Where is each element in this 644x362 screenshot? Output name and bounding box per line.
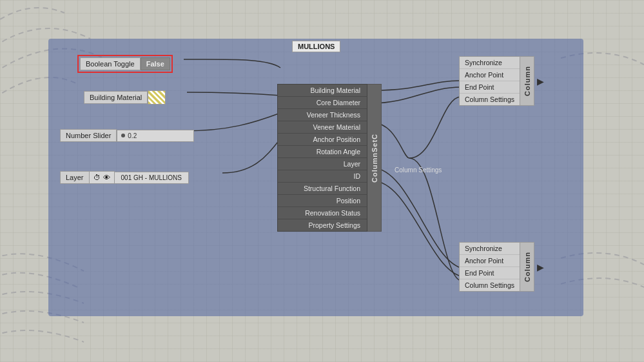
column-output-top-node[interactable]: SynchronizeAnchor PointEnd PointColumn S… <box>459 56 547 106</box>
layer-icons: ⏱ 👁 <box>90 171 115 184</box>
column-set-input-item: Property Settings <box>278 219 367 231</box>
column-output-item: Column Settings <box>460 94 520 105</box>
material-swatch <box>148 90 166 105</box>
column-output-bottom-node[interactable]: SynchronizeAnchor PointEnd PointColumn S… <box>459 242 547 292</box>
column-output-item: Synchronize <box>460 243 520 255</box>
column-set-input-item: Anchor Position <box>278 134 367 146</box>
column-set-input-item: Building Material <box>278 85 367 97</box>
column-set-input-item: Layer <box>278 158 367 170</box>
layer-value: 001 GH - MULLIONS <box>115 172 189 184</box>
column-output-bottom-labels: SynchronizeAnchor PointEnd PointColumn S… <box>459 242 520 292</box>
column-output-top-sidebar: Column <box>520 56 534 106</box>
column-output-top-arrow: ▶ <box>534 56 547 106</box>
column-set-input-item: Structural Function <box>278 183 367 195</box>
column-output-bottom-arrow: ▶ <box>534 242 547 292</box>
column-set-sidebar: ColumnSetC <box>367 84 382 232</box>
column-output-bottom-title: Column <box>523 252 531 282</box>
mullions-label: MULLIONS <box>292 41 340 52</box>
slider-dot <box>121 134 125 137</box>
column-output-item: Synchronize <box>460 57 520 69</box>
column-set-input-item: ID <box>278 170 367 183</box>
column-output-top-labels: SynchronizeAnchor PointEnd PointColumn S… <box>459 56 520 106</box>
boolean-toggle-value[interactable]: False <box>141 57 170 70</box>
column-set-input-item: Renovation Status <box>278 207 367 219</box>
column-set-node[interactable]: Building MaterialCore DiameterVeneer Thi… <box>277 84 382 232</box>
column-set-input-item: Veneer Thickness <box>278 109 367 121</box>
layer-label: Layer <box>60 171 90 184</box>
column-output-top-title: Column <box>523 66 531 96</box>
column-output-item: Anchor Point <box>460 255 520 267</box>
number-slider-label: Number Slider <box>60 129 117 142</box>
column-output-item: Column Settings <box>460 279 520 291</box>
building-material-label: Building Material <box>84 91 148 104</box>
column-set-title: ColumnSetC <box>371 134 378 183</box>
number-slider-node[interactable]: Number Slider 0.2 <box>60 129 194 142</box>
column-output-item: Anchor Point <box>460 69 520 81</box>
column-output-item: End Point <box>460 81 520 94</box>
column-set-input-item: Veneer Material <box>278 121 367 134</box>
layer-clock-icon: ⏱ <box>93 174 101 181</box>
column-output-item: End Point <box>460 267 520 279</box>
column-set-input-item: Rotation Angle <box>278 146 367 158</box>
layer-eye-icon: 👁 <box>103 174 110 181</box>
column-set-inputs: Building MaterialCore DiameterVeneer Thi… <box>277 84 367 232</box>
column-set-input-item: Position <box>278 195 367 207</box>
building-material-node[interactable]: Building Material <box>84 90 166 105</box>
column-set-input-item: Core Diameter <box>278 97 367 109</box>
boolean-toggle-label: Boolean Toggle <box>80 57 141 70</box>
column-settings-mid-label: Column Settings <box>395 166 442 174</box>
boolean-toggle-node[interactable]: Boolean Toggle False <box>77 55 173 73</box>
layer-node[interactable]: Layer ⏱ 👁 001 GH - MULLIONS <box>60 171 189 184</box>
slider-track[interactable]: 0.2 <box>117 130 194 142</box>
column-output-bottom-sidebar: Column <box>520 242 534 292</box>
slider-value: 0.2 <box>128 132 137 139</box>
